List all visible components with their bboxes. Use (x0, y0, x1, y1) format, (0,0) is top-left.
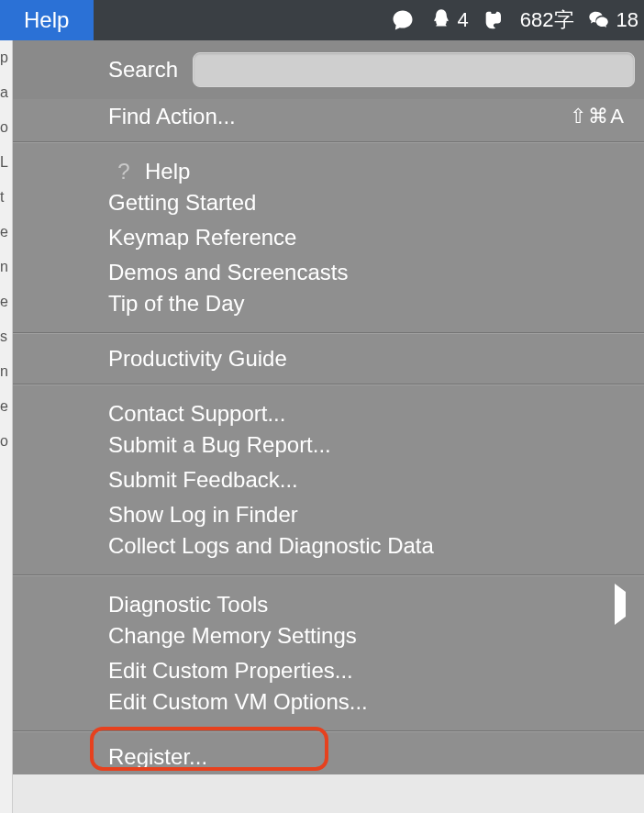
submit-bug-label: Submit a Bug Report... (108, 432, 331, 458)
elephant-icon (482, 7, 507, 33)
menu-item-diagnostic-tools[interactable]: Diagnostic Tools (13, 584, 644, 618)
menu-separator (13, 384, 644, 385)
chat-bubble-icon (390, 7, 416, 33)
menu-item-help[interactable]: ? Help (13, 150, 644, 185)
wechat-icon (587, 7, 613, 33)
menu-separator (13, 332, 644, 334)
menu-item-show-log[interactable]: Show Log in Finder (13, 497, 644, 532)
productivity-guide-label: Productivity Guide (108, 346, 287, 372)
edit-vm-label: Edit Custom VM Options... (108, 689, 368, 715)
word-count-label: 682字 (520, 6, 574, 34)
help-menu-title[interactable]: Help (0, 0, 94, 40)
menu-item-submit-feedback[interactable]: Submit Feedback... (13, 462, 644, 497)
demos-label: Demos and Screencasts (108, 260, 348, 285)
edit-props-label: Edit Custom Properties... (108, 658, 353, 684)
contact-support-label: Contact Support... (108, 401, 285, 427)
search-label: Search (108, 57, 178, 83)
word-count-status[interactable]: 682字 (520, 6, 574, 34)
menu-separator (13, 730, 644, 732)
submenu-arrow-icon (615, 592, 626, 618)
menu-item-tip-of-day[interactable]: Tip of the Day (13, 290, 644, 325)
menu-item-change-memory[interactable]: Change Memory Settings (13, 618, 644, 653)
find-action-label: Find Action... (108, 104, 236, 129)
submit-feedback-label: Submit Feedback... (108, 467, 298, 493)
menubar-status-area: 4 682字 18 (390, 6, 644, 34)
keymap-reference-label: Keymap Reference (108, 225, 296, 251)
menu-item-keymap-reference[interactable]: Keymap Reference (13, 220, 644, 255)
tip-of-day-label: Tip of the Day (108, 291, 245, 317)
mac-menubar: Help 4 682字 18 (0, 0, 644, 40)
menu-item-contact-support[interactable]: Contact Support... (13, 393, 644, 428)
register-label: Register... (108, 744, 207, 770)
menu-item-edit-props[interactable]: Edit Custom Properties... (13, 653, 644, 688)
qq-status[interactable]: 4 (428, 7, 469, 33)
search-input[interactable] (193, 52, 635, 87)
menu-item-edit-vm[interactable]: Edit Custom VM Options... (13, 688, 644, 723)
evernote-status[interactable] (482, 7, 507, 33)
menu-item-demos[interactable]: Demos and Screencasts (13, 255, 644, 290)
wechat-count: 18 (616, 8, 638, 32)
help-menu-label: Help (24, 7, 69, 33)
penguin-icon (428, 7, 454, 33)
background-editor-sliver: p a o L t e n e s n e o (0, 40, 13, 813)
menu-separator (13, 141, 644, 143)
menu-item-getting-started[interactable]: Getting Started (13, 185, 644, 220)
chat-status-icon[interactable] (390, 7, 416, 33)
menu-item-register[interactable]: Register... (13, 740, 644, 774)
menu-separator (13, 574, 644, 576)
diagnostic-tools-label: Diagnostic Tools (108, 592, 268, 618)
menu-item-submit-bug[interactable]: Submit a Bug Report... (13, 428, 644, 462)
change-memory-label: Change Memory Settings (108, 623, 357, 649)
help-menu-dropdown: Search Find Action... ⇧⌘A ? Help Getting… (13, 40, 644, 774)
find-action-shortcut: ⇧⌘A (570, 105, 626, 128)
qq-count: 4 (458, 8, 469, 32)
wechat-status[interactable]: 18 (587, 7, 638, 33)
menu-item-find-action[interactable]: Find Action... ⇧⌘A (13, 99, 644, 134)
show-log-label: Show Log in Finder (108, 502, 298, 528)
menu-item-productivity-guide[interactable]: Productivity Guide (13, 341, 644, 376)
question-icon: ? (112, 159, 136, 184)
getting-started-label: Getting Started (108, 190, 256, 216)
collect-logs-label: Collect Logs and Diagnostic Data (108, 533, 434, 559)
menu-search-row: Search (13, 40, 644, 99)
menu-item-collect-logs[interactable]: Collect Logs and Diagnostic Data (13, 532, 644, 567)
